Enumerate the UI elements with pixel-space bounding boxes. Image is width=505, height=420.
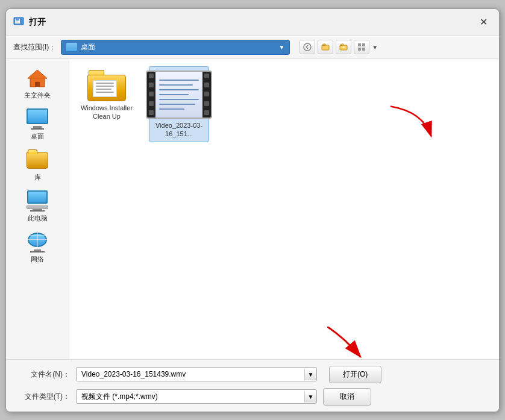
title-bar-left: 打开 (13, 16, 46, 29)
film-strip-right-icon (202, 72, 211, 118)
sidebar-item-home[interactable]: 主文件夹 (8, 64, 66, 104)
filename-input-container: ▼ (76, 367, 317, 381)
folder-icon (87, 70, 126, 101)
video-thumbnail (146, 71, 212, 119)
svg-rect-14 (35, 82, 40, 87)
file-view: Windows Installer Clean Up (69, 59, 499, 359)
list-item[interactable]: Video_2023-03-16_151... (149, 66, 209, 143)
open-button-area: 打开(O) (329, 366, 381, 383)
bottom-bar: 文件名(N)： ▼ (6, 359, 499, 412)
dialog-title: 打开 (29, 17, 46, 28)
home-icon (27, 67, 48, 89)
video-content (155, 72, 202, 118)
nav-view-button[interactable] (354, 40, 369, 54)
filetype-input-container: ▼ (76, 389, 317, 404)
sidebar-item-network[interactable]: 网络 (8, 228, 66, 268)
sidebar-network-label: 网络 (31, 255, 44, 264)
nav-back-button[interactable] (300, 40, 315, 54)
cancel-button[interactable]: 取消 (323, 388, 371, 406)
folder-name: Windows Installer Clean Up (80, 104, 133, 121)
red-arrow-icon (391, 101, 445, 149)
sidebar-item-library[interactable]: 库 (8, 146, 66, 186)
svg-rect-12 (362, 48, 365, 51)
sidebar-desktop-label: 桌面 (31, 132, 44, 141)
location-dropdown[interactable]: 桌面 ▼ (61, 40, 290, 55)
open-button[interactable]: 打开(O) (329, 366, 381, 383)
filetype-dropdown-arrow[interactable]: ▼ (304, 391, 316, 403)
nav-icons: + ▼ (300, 40, 378, 54)
library-icon (27, 149, 48, 171)
sidebar-item-computer[interactable]: 此电脑 (8, 187, 66, 227)
sidebar-computer-label: 此电脑 (28, 214, 48, 223)
open-file-dialog: 打开 ✕ 查找范围(I)： 桌面 ▼ + ▼ (5, 8, 500, 412)
filename-row: 文件名(N)： ▼ (16, 366, 489, 383)
close-button[interactable]: ✕ (475, 14, 492, 31)
svg-point-5 (304, 43, 311, 51)
sidebar-item-desktop[interactable]: 桌面 (8, 105, 66, 145)
svg-text:+: + (342, 45, 345, 49)
filetype-input[interactable] (77, 390, 304, 403)
filename-dropdown[interactable]: ▼ (76, 367, 317, 381)
filename-label: 文件名(N)： (16, 369, 70, 380)
svg-rect-6 (322, 45, 329, 50)
network-icon (27, 231, 48, 253)
video-name: Video_2023-03-16_151... (153, 121, 205, 139)
svg-rect-4 (16, 22, 18, 22)
filetype-dropdown[interactable]: ▼ (76, 389, 317, 404)
svg-rect-2 (16, 19, 19, 20)
film-strip-left-icon (147, 72, 155, 118)
dropdown-arrow-icon: ▼ (278, 44, 284, 51)
desktop-icon (27, 108, 48, 130)
svg-rect-11 (358, 48, 361, 51)
computer-icon (27, 190, 48, 212)
filetype-row: 文件类型(T)： ▼ 取消 (16, 388, 489, 406)
filetype-label: 文件类型(T)： (16, 392, 70, 402)
location-folder-icon (66, 43, 77, 51)
svg-rect-9 (358, 43, 361, 46)
svg-rect-3 (16, 20, 19, 21)
title-bar: 打开 ✕ (6, 9, 499, 36)
filename-input[interactable] (77, 368, 304, 381)
list-item[interactable]: Windows Installer Clean Up (77, 66, 137, 143)
content-area: 主文件夹 桌面 库 (6, 59, 499, 359)
toolbar: 查找范围(I)： 桌面 ▼ + ▼ (6, 36, 499, 59)
sidebar-library-label: 库 (34, 173, 41, 182)
location-label: 查找范围(I)： (13, 42, 56, 52)
nav-newfolder-button[interactable]: + (336, 40, 351, 54)
filename-dropdown-arrow[interactable]: ▼ (304, 369, 316, 380)
view-arrow-icon: ▼ (372, 44, 378, 51)
dialog-icon (13, 16, 24, 29)
location-value: 桌面 (81, 42, 275, 52)
nav-folder-button[interactable] (318, 40, 333, 54)
sidebar-home-label: 主文件夹 (24, 91, 51, 100)
sidebar: 主文件夹 桌面 库 (6, 59, 69, 359)
svg-marker-15 (28, 70, 47, 78)
svg-rect-10 (362, 43, 365, 46)
